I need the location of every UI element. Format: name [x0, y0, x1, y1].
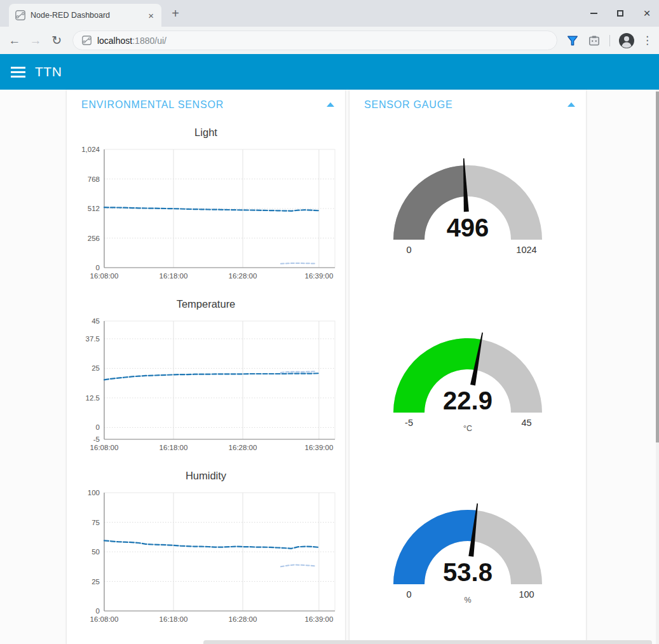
- collapse-icon[interactable]: [567, 102, 575, 107]
- close-icon: ×: [643, 8, 650, 19]
- maximize-icon: [617, 10, 623, 17]
- svg-text:45: 45: [521, 418, 531, 428]
- profile-avatar[interactable]: [618, 32, 635, 49]
- forward-button[interactable]: →: [25, 34, 46, 48]
- svg-text:100: 100: [88, 489, 100, 497]
- svg-text:256: 256: [88, 235, 100, 242]
- url-host: localhost: [97, 36, 132, 46]
- browser-toolbar: ← → ↻ localhost:1880/ui/ ⋮: [0, 27, 659, 54]
- collapse-icon[interactable]: [327, 102, 334, 107]
- browser-window: Node-RED Dashboard × + × ← → ↻ localhost…: [0, 0, 659, 644]
- svg-text:°C: °C: [463, 424, 472, 433]
- browser-menu-icon[interactable]: ⋮: [642, 34, 653, 47]
- dashboard-title: TTN: [35, 64, 62, 79]
- svg-text:25: 25: [92, 578, 100, 586]
- svg-text:45: 45: [92, 317, 100, 325]
- svg-text:1,024: 1,024: [81, 146, 100, 153]
- svg-text:16:39:00: 16:39:00: [305, 444, 334, 451]
- svg-text:100: 100: [519, 589, 534, 599]
- svg-text:75: 75: [92, 519, 100, 526]
- svg-text:0: 0: [96, 607, 100, 615]
- svg-text:0: 0: [96, 423, 100, 431]
- svg-text:50: 50: [92, 548, 100, 556]
- chart-title-temperature: Temperature: [71, 298, 341, 313]
- group-environmental-sensor: ENVIRONMENTAL SENSOR Light 02565127681,0…: [67, 90, 345, 644]
- window-maximize-button[interactable]: [615, 8, 626, 19]
- svg-text:16:18:00: 16:18:00: [160, 272, 188, 280]
- svg-text:16:39:00: 16:39:00: [305, 272, 334, 280]
- svg-text:0: 0: [406, 245, 411, 255]
- scrollbar-thumb[interactable]: [656, 92, 659, 442]
- group-header: SENSOR GAUGE: [350, 90, 586, 121]
- extension-clipboard-icon[interactable]: [587, 34, 601, 48]
- svg-text:512: 512: [88, 205, 100, 212]
- svg-text:37.5: 37.5: [86, 335, 100, 343]
- svg-text:0: 0: [96, 264, 100, 271]
- group-header: ENVIRONMENTAL SENSOR: [67, 90, 345, 121]
- humidity-chart: 025507510016:08:0016:18:0016:28:0016:39:…: [71, 485, 341, 634]
- tab-close-icon[interactable]: ×: [147, 10, 155, 21]
- svg-text:16:28:00: 16:28:00: [229, 272, 257, 280]
- svg-text:-5: -5: [405, 418, 413, 428]
- svg-text:16:18:00: 16:18:00: [160, 615, 188, 623]
- tab-title: Node-RED Dashboard: [31, 11, 147, 20]
- svg-text:496: 496: [447, 214, 489, 242]
- group-sensor-gauge: SENSOR GAUGE 49601024 22.9-545°C 53.8010…: [350, 90, 586, 644]
- svg-text:16:39:00: 16:39:00: [305, 615, 334, 623]
- url-path: :1880/ui/: [132, 36, 166, 46]
- svg-text:22.9: 22.9: [443, 387, 493, 414]
- dashboard-content: ENVIRONMENTAL SENSOR Light 02565127681,0…: [0, 90, 659, 644]
- page-scrollbar[interactable]: [656, 90, 659, 644]
- svg-text:12.5: 12.5: [86, 394, 100, 402]
- back-button[interactable]: ←: [4, 34, 25, 48]
- new-tab-button[interactable]: +: [166, 5, 184, 23]
- address-bar[interactable]: localhost:1880/ui/: [72, 31, 557, 50]
- node-red-favicon-icon: [82, 36, 92, 45]
- svg-text:16:08:00: 16:08:00: [90, 444, 119, 451]
- toolbar-divider: [609, 35, 610, 46]
- svg-text:53.8: 53.8: [443, 558, 493, 586]
- temperature-chart: -5012.52537.54516:08:0016:18:0016:28:001…: [71, 313, 341, 462]
- svg-text:16:08:00: 16:08:00: [90, 615, 119, 623]
- window-close-button[interactable]: ×: [641, 8, 653, 19]
- svg-text:16:28:00: 16:28:00: [229, 615, 257, 623]
- svg-text:0: 0: [406, 589, 411, 599]
- menu-icon[interactable]: [11, 67, 26, 78]
- extension-blue-icon[interactable]: [566, 34, 580, 48]
- dashboard-header: TTN: [0, 54, 659, 90]
- group-title: SENSOR GAUGE: [364, 99, 452, 111]
- svg-text:16:28:00: 16:28:00: [229, 444, 257, 451]
- chart-title-humidity: Humidity: [71, 470, 341, 485]
- reload-button[interactable]: ↻: [46, 33, 67, 48]
- chart-title-light: Light: [71, 127, 341, 142]
- svg-text:1024: 1024: [516, 245, 536, 255]
- minimize-icon: [590, 13, 597, 14]
- window-minimize-button[interactable]: [588, 8, 599, 19]
- browser-tab[interactable]: Node-RED Dashboard ×: [9, 4, 161, 27]
- temperature-gauge: 22.9-545°C: [372, 324, 563, 446]
- svg-text:-5: -5: [93, 435, 100, 443]
- browser-tabstrip: Node-RED Dashboard × + ×: [0, 0, 659, 27]
- humidity-gauge: 53.80100%: [372, 495, 563, 617]
- svg-text:16:08:00: 16:08:00: [90, 272, 119, 280]
- light-chart: 02565127681,02416:08:0016:18:0016:28:001…: [71, 142, 341, 291]
- svg-text:%: %: [464, 596, 471, 605]
- light-gauge: 49601024: [372, 151, 563, 273]
- svg-text:25: 25: [92, 364, 100, 372]
- next-group-edge: [203, 640, 652, 644]
- svg-text:16:18:00: 16:18:00: [160, 444, 188, 451]
- group-title: ENVIRONMENTAL SENSOR: [81, 99, 224, 111]
- svg-text:768: 768: [88, 175, 100, 183]
- node-red-favicon-icon: [15, 10, 25, 20]
